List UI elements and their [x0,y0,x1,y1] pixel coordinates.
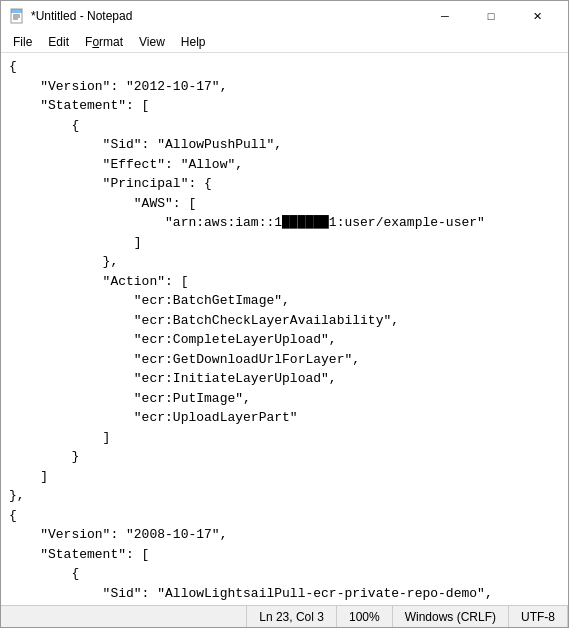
status-position: Ln 23, Col 3 [247,606,337,627]
svg-rect-1 [11,9,22,13]
minimize-button[interactable]: ─ [422,1,468,31]
maximize-button[interactable]: □ [468,1,514,31]
close-button[interactable]: ✕ [514,1,560,31]
content-area: { "Version": "2012-10-17", "Statement": … [1,53,568,605]
text-editor[interactable]: { "Version": "2012-10-17", "Statement": … [1,53,568,605]
title-bar-left: *Untitled - Notepad [9,8,132,24]
status-bar: Ln 23, Col 3 100% Windows (CRLF) UTF-8 [1,605,568,627]
menu-format[interactable]: Format [77,33,131,51]
window-controls: ─ □ ✕ [422,1,560,31]
status-line-ending: Windows (CRLF) [393,606,509,627]
notepad-window: *Untitled - Notepad ─ □ ✕ File Edit Form… [0,0,569,628]
status-spacer [1,606,247,627]
window-title: *Untitled - Notepad [31,9,132,23]
notepad-icon [9,8,25,24]
menu-edit[interactable]: Edit [40,33,77,51]
menu-bar: File Edit Format View Help [1,31,568,53]
menu-file[interactable]: File [5,33,40,51]
title-bar: *Untitled - Notepad ─ □ ✕ [1,1,568,31]
status-encoding: UTF-8 [509,606,568,627]
menu-help[interactable]: Help [173,33,214,51]
status-zoom: 100% [337,606,393,627]
menu-view[interactable]: View [131,33,173,51]
